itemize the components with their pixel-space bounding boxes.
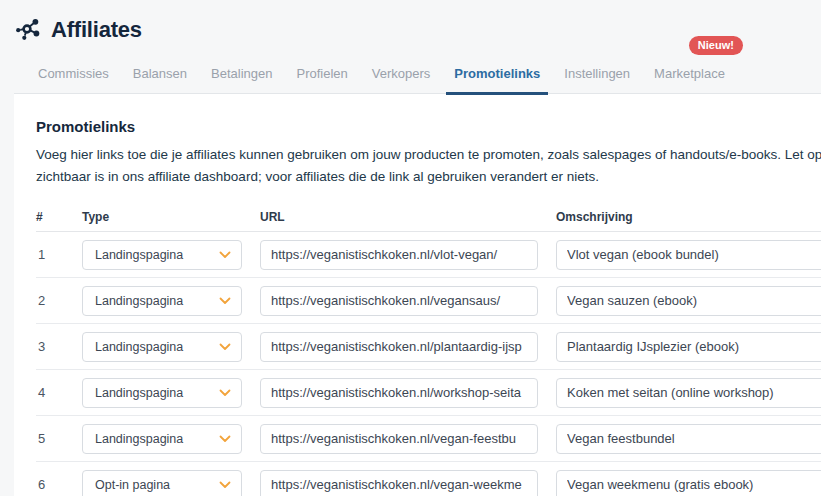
table-row: 3 Landingspagina bbox=[36, 324, 821, 370]
type-select[interactable]: Landingspagina bbox=[82, 424, 242, 454]
table-body: 1 Landingspagina 2 bbox=[36, 232, 821, 496]
table-header-row: # Type URL Omschrijving bbox=[36, 203, 821, 232]
header-description: Omschrijving bbox=[556, 210, 821, 224]
url-input[interactable] bbox=[260, 378, 538, 408]
affiliates-network-icon bbox=[14, 16, 42, 44]
app-title: Affiliates bbox=[51, 17, 142, 43]
table-row: 4 Landingspagina bbox=[36, 370, 821, 416]
chevron-down-icon bbox=[219, 343, 231, 351]
tab-bar: Commissies Balansen Betalingen Profielen… bbox=[14, 60, 821, 94]
page-title: Promotielinks bbox=[36, 118, 821, 135]
app-header: Affiliates Commissies Balansen Betalinge… bbox=[0, 0, 821, 94]
type-select-value: Opt-in pagina bbox=[95, 478, 170, 492]
nav-tab[interactable]: Promotielinks bbox=[454, 60, 540, 93]
type-select[interactable]: Landingspagina bbox=[82, 240, 242, 270]
nav-tab-label: Commissies bbox=[38, 66, 109, 81]
type-select-value: Landingspagina bbox=[95, 432, 183, 446]
promolinks-table: # Type URL Omschrijving 1 Landingspagina bbox=[36, 203, 821, 496]
new-badge: Nieuw! bbox=[689, 36, 743, 55]
type-select[interactable]: Opt-in pagina bbox=[82, 470, 242, 496]
nav-tab-label: Instellingen bbox=[564, 66, 630, 81]
description-input[interactable] bbox=[556, 424, 821, 454]
nav-tab[interactable]: Commissies bbox=[38, 60, 109, 93]
nav-tab-label: Verkopers bbox=[372, 66, 431, 81]
nav-tab-label: Betalingen bbox=[211, 66, 272, 81]
chevron-down-icon bbox=[219, 251, 231, 259]
description-input[interactable] bbox=[556, 378, 821, 408]
type-select[interactable]: Landingspagina bbox=[82, 378, 242, 408]
description-input[interactable] bbox=[556, 286, 821, 316]
type-select-value: Landingspagina bbox=[95, 294, 183, 308]
type-select-value: Landingspagina bbox=[95, 340, 183, 354]
header-index: # bbox=[36, 210, 82, 224]
row-number: 1 bbox=[36, 247, 82, 262]
type-select-value: Landingspagina bbox=[95, 248, 183, 262]
chevron-down-icon bbox=[219, 435, 231, 443]
nav-tab[interactable]: Marketplace Nieuw! bbox=[654, 60, 725, 93]
nav-tab-label: Promotielinks bbox=[454, 66, 540, 81]
type-select[interactable]: Landingspagina bbox=[82, 286, 242, 316]
url-input[interactable] bbox=[260, 332, 538, 362]
row-number: 2 bbox=[36, 293, 82, 308]
chevron-down-icon bbox=[219, 389, 231, 397]
table-row: 6 Opt-in pagina bbox=[36, 462, 821, 496]
description-input[interactable] bbox=[556, 332, 821, 362]
url-input[interactable] bbox=[260, 240, 538, 270]
url-input[interactable] bbox=[260, 286, 538, 316]
nav-tab[interactable]: Balansen bbox=[133, 60, 187, 93]
description-input[interactable] bbox=[556, 470, 821, 496]
url-input[interactable] bbox=[260, 424, 538, 454]
table-row: 2 Landingspagina bbox=[36, 278, 821, 324]
content-card: Promotielinks Voeg hier links toe die je… bbox=[14, 94, 821, 496]
row-number: 4 bbox=[36, 385, 82, 400]
row-number: 3 bbox=[36, 339, 82, 354]
row-number: 6 bbox=[36, 477, 82, 492]
table-row: 1 Landingspagina bbox=[36, 232, 821, 278]
nav-tab-label: Marketplace bbox=[654, 66, 725, 81]
type-select-value: Landingspagina bbox=[95, 386, 183, 400]
chevron-down-icon bbox=[219, 297, 231, 305]
header-url: URL bbox=[260, 210, 538, 224]
chevron-down-icon bbox=[219, 481, 231, 489]
nav-tab-label: Profielen bbox=[296, 66, 347, 81]
page-description-line-2: zichtbaar is in ons affiliate dashboard;… bbox=[36, 166, 821, 188]
nav-tab-label: Balansen bbox=[133, 66, 187, 81]
page-description-line-1: Voeg hier links toe die je affiliates ku… bbox=[36, 144, 821, 166]
row-number: 5 bbox=[36, 431, 82, 446]
nav-tab[interactable]: Betalingen bbox=[211, 60, 272, 93]
header-type: Type bbox=[82, 210, 242, 224]
url-input[interactable] bbox=[260, 470, 538, 496]
type-select[interactable]: Landingspagina bbox=[82, 332, 242, 362]
nav-tab[interactable]: Instellingen bbox=[564, 60, 630, 93]
table-row: 5 Landingspagina bbox=[36, 416, 821, 462]
nav-tab[interactable]: Verkopers bbox=[372, 60, 431, 93]
nav-tab[interactable]: Profielen bbox=[296, 60, 347, 93]
description-input[interactable] bbox=[556, 240, 821, 270]
